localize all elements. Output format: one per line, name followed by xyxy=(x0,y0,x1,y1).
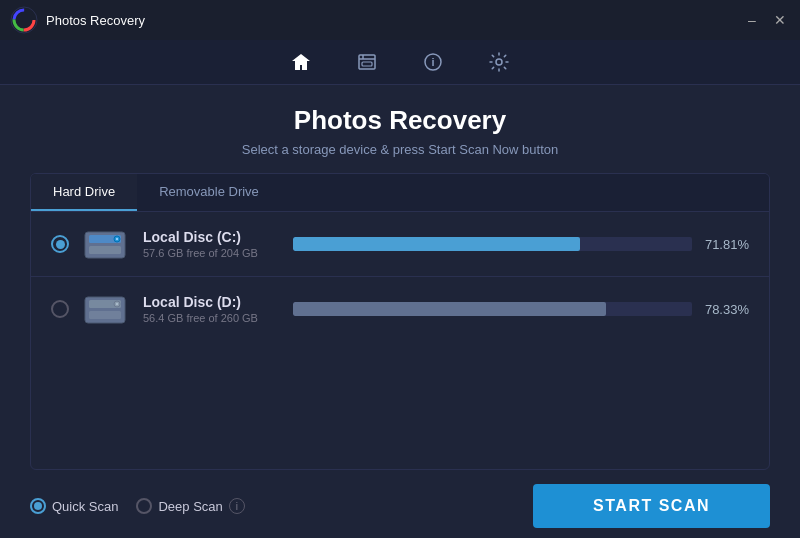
drive-c-progress-bg xyxy=(293,237,692,251)
drive-d-progress-fill xyxy=(293,302,606,316)
drive-d-progress-bg xyxy=(293,302,692,316)
drive-area: Hard Drive Removable Drive xyxy=(30,173,770,470)
tab-removable-drive[interactable]: Removable Drive xyxy=(137,174,281,211)
drive-d-radio[interactable] xyxy=(51,300,69,318)
drive-c-icon xyxy=(83,226,127,262)
svg-point-15 xyxy=(116,238,118,240)
drive-c-name: Local Disc (C:) xyxy=(143,229,273,245)
svg-rect-13 xyxy=(89,246,121,254)
nav-home-button[interactable] xyxy=(283,44,319,80)
drive-tabs: Hard Drive Removable Drive xyxy=(31,174,769,212)
close-button[interactable]: ✕ xyxy=(770,10,790,30)
main-content: Photos Recovery Select a storage device … xyxy=(0,85,800,538)
svg-rect-7 xyxy=(362,62,372,66)
drive-d-percent: 78.33% xyxy=(704,302,749,317)
quick-scan-radio[interactable] xyxy=(30,498,46,514)
window-controls: – ✕ xyxy=(742,10,790,30)
drive-c-space: 57.6 GB free of 204 GB xyxy=(143,247,273,259)
start-scan-button[interactable]: START SCAN xyxy=(533,484,770,528)
drive-c-percent: 71.81% xyxy=(704,237,749,252)
page-title: Photos Recovery xyxy=(0,105,800,136)
app-logo xyxy=(10,6,38,34)
drive-d-progress-area: 78.33% xyxy=(293,302,749,317)
scan-options: Quick Scan Deep Scan i xyxy=(30,498,245,514)
drive-c-info: Local Disc (C:) 57.6 GB free of 204 GB xyxy=(143,229,273,259)
header-section: Photos Recovery Select a storage device … xyxy=(0,85,800,173)
nav-bar: i xyxy=(0,40,800,85)
deep-scan-label: Deep Scan xyxy=(158,499,222,514)
svg-point-20 xyxy=(116,303,118,305)
nav-settings-button[interactable] xyxy=(481,44,517,80)
quick-scan-label: Quick Scan xyxy=(52,499,118,514)
bottom-section: Quick Scan Deep Scan i START SCAN xyxy=(0,470,800,538)
page-subtitle: Select a storage device & press Start Sc… xyxy=(0,142,800,157)
tab-hard-drive[interactable]: Hard Drive xyxy=(31,174,137,211)
drive-c-progress-area: 71.81% xyxy=(293,237,749,252)
minimize-button[interactable]: – xyxy=(742,10,762,30)
drive-item-c[interactable]: Local Disc (C:) 57.6 GB free of 204 GB 7… xyxy=(31,212,769,277)
drive-list: Local Disc (C:) 57.6 GB free of 204 GB 7… xyxy=(31,212,769,341)
deep-scan-radio[interactable] xyxy=(136,498,152,514)
deep-scan-option[interactable]: Deep Scan i xyxy=(136,498,244,514)
svg-point-10 xyxy=(496,59,502,65)
drive-d-icon xyxy=(83,291,127,327)
drive-c-radio[interactable] xyxy=(51,235,69,253)
drive-d-info: Local Disc (D:) 56.4 GB free of 260 GB xyxy=(143,294,273,324)
deep-scan-info-icon[interactable]: i xyxy=(229,498,245,514)
svg-text:i: i xyxy=(431,56,434,68)
app-title: Photos Recovery xyxy=(46,13,145,28)
drive-item-d[interactable]: Local Disc (D:) 56.4 GB free of 260 GB 7… xyxy=(31,277,769,341)
drive-c-progress-fill xyxy=(293,237,580,251)
quick-scan-option[interactable]: Quick Scan xyxy=(30,498,118,514)
svg-rect-18 xyxy=(89,311,121,319)
nav-info-button[interactable]: i xyxy=(415,44,451,80)
title-bar: Photos Recovery – ✕ xyxy=(0,0,800,40)
nav-scan-button[interactable] xyxy=(349,44,385,80)
drive-d-space: 56.4 GB free of 260 GB xyxy=(143,312,273,324)
drive-d-name: Local Disc (D:) xyxy=(143,294,273,310)
